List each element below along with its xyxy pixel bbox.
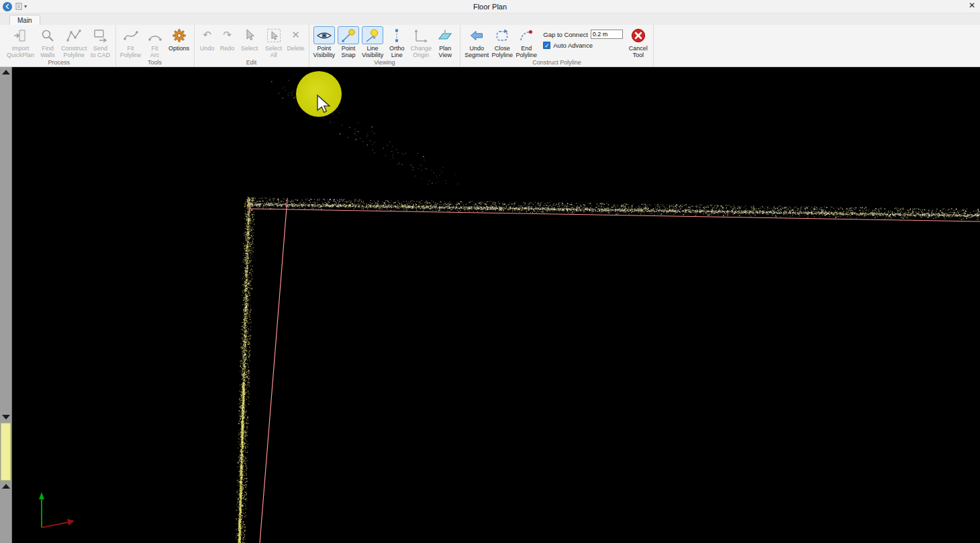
- button-label: Find Walls: [40, 45, 55, 59]
- point-snap-toggle[interactable]: Point Snap: [336, 26, 360, 59]
- undo-segment-button[interactable]: Undo Segment: [463, 26, 490, 59]
- label-line: Line: [362, 45, 383, 52]
- plan-view-button[interactable]: Plan View: [433, 26, 457, 59]
- line-visibility-toggle[interactable]: Line Visibility: [360, 26, 385, 59]
- label-line: Ortho: [389, 45, 405, 52]
- send-to-cad-icon: [90, 26, 111, 44]
- label-line: Plan: [439, 45, 452, 52]
- end-polyline-button[interactable]: End Polyline: [514, 26, 538, 59]
- label-line: Send: [91, 45, 110, 52]
- ribbon-tab-row: Main: [0, 13, 980, 25]
- label-line: Arc: [150, 52, 160, 58]
- label-line: Close: [492, 45, 513, 52]
- left-scrollbar[interactable]: [0, 67, 12, 543]
- undo-icon: ↶: [200, 26, 214, 44]
- label-line: Visibility: [313, 52, 335, 58]
- auto-advance-checkbox[interactable]: ✓: [543, 42, 550, 49]
- scroll-up-arrow-icon[interactable]: [2, 484, 10, 489]
- delete-button[interactable]: ✕ Delete: [286, 26, 306, 58]
- button-label: Fit Arc: [150, 45, 160, 59]
- label-line: Find: [40, 45, 55, 52]
- point-visibility-toggle[interactable]: Point Visibility: [312, 26, 336, 59]
- select-all-icon: [263, 26, 285, 44]
- label-line: [241, 52, 258, 58]
- gap-to-connect-row: Gap to Connect: [543, 30, 623, 39]
- button-label: Redo: [220, 45, 235, 58]
- options-gear-icon: [168, 26, 190, 44]
- undo-segment-arrow-icon: [466, 26, 487, 44]
- label-line: Polyline: [120, 52, 142, 58]
- label-line: Segment: [464, 52, 489, 58]
- label-line: Delete: [287, 45, 305, 52]
- group-name: Process: [3, 59, 115, 66]
- tab-main[interactable]: Main: [9, 15, 40, 25]
- fit-arc-button[interactable]: Fit Arc: [143, 26, 167, 59]
- button-label: Undo: [200, 45, 215, 58]
- close-button[interactable]: ✕: [969, 1, 975, 9]
- label-line: [200, 52, 215, 58]
- construct-polyline-icon: [63, 26, 85, 44]
- back-button[interactable]: [3, 2, 12, 11]
- construct-polyline-button[interactable]: Construct Polyline: [60, 26, 89, 59]
- scrollbar-thumb[interactable]: [1, 423, 11, 481]
- label-line: Visibility: [362, 52, 383, 58]
- button-label: Undo Segment: [464, 45, 489, 59]
- label-line: Construct: [61, 45, 87, 52]
- delete-glyph: ✕: [291, 30, 300, 40]
- label-line: Point: [341, 45, 355, 52]
- button-label: Point Visibility: [313, 45, 335, 59]
- import-quickplan-button[interactable]: Import QuickPlan: [5, 26, 36, 59]
- plan-view-icon: [434, 26, 456, 44]
- fit-arc-icon: [144, 26, 166, 44]
- gap-to-connect-label: Gap to Connect: [543, 31, 588, 38]
- find-walls-button[interactable]: Find Walls: [36, 26, 60, 59]
- ribbon-group-construct-polyline: Undo Segment Close Polyline End Polyline: [460, 25, 654, 66]
- undo-button[interactable]: ↶ Undo: [197, 26, 217, 58]
- quick-access-toolbar: ▾: [15, 3, 27, 10]
- undo-glyph: ↶: [203, 30, 211, 40]
- point-visibility-eye-icon: [313, 26, 335, 44]
- document-icon[interactable]: [15, 3, 22, 10]
- quick-access-caret-icon[interactable]: ▾: [24, 4, 27, 9]
- gap-to-connect-input[interactable]: [591, 30, 623, 39]
- button-label: Cancel Tool: [629, 45, 648, 59]
- auto-advance-label: Auto Advance: [553, 42, 593, 49]
- button-label: Send to CAD: [91, 45, 110, 59]
- redo-button[interactable]: ↷ Redo: [217, 26, 238, 58]
- import-quickplan-icon: [10, 26, 32, 44]
- select-cursor-icon: [239, 26, 260, 44]
- select-all-button[interactable]: Select All: [262, 26, 286, 59]
- label-line: Import: [7, 45, 34, 52]
- button-label: Close Polyline: [492, 45, 513, 59]
- group-name: Tools: [116, 59, 194, 66]
- close-polyline-button[interactable]: Close Polyline: [490, 26, 514, 59]
- close-polyline-icon: [491, 26, 513, 44]
- back-arrow-icon: [5, 3, 11, 9]
- label-line: Polyline: [61, 52, 87, 58]
- scroll-top-arrow-icon[interactable]: [2, 70, 10, 75]
- group-buttons: Point Visibility Point Snap Line Visibil…: [312, 26, 458, 59]
- gap-to-connect-controls: Gap to Connect ✓ Auto Advance: [538, 26, 626, 49]
- label-line: Fit: [120, 45, 142, 52]
- label-line: Snap: [341, 52, 355, 58]
- point-snap-icon: [338, 26, 359, 44]
- floor-plan-canvas[interactable]: [12, 67, 980, 543]
- options-button[interactable]: Options: [167, 26, 191, 58]
- cancel-tool-button[interactable]: Cancel Tool: [626, 26, 650, 59]
- label-line: [287, 52, 305, 58]
- select-button[interactable]: Select: [238, 26, 262, 58]
- send-to-cad-button[interactable]: Send to CAD: [89, 26, 113, 59]
- fit-polyline-button[interactable]: Fit Polyline: [119, 26, 143, 59]
- line-visibility-bulb-icon: [362, 26, 383, 44]
- ortho-line-button[interactable]: Ortho Line: [385, 26, 409, 59]
- label-line: Select: [265, 45, 282, 52]
- label-line: Select: [241, 45, 258, 52]
- scroll-down-arrow-icon[interactable]: [2, 415, 10, 419]
- ribbon-group-edit: ↶ Undo ↷ Redo Select: [195, 25, 309, 66]
- group-name: Construct Polyline: [460, 59, 653, 66]
- ribbon-group-viewing: Point Visibility Point Snap Line Visibil…: [309, 25, 461, 66]
- group-buttons: Fit Polyline Fit Arc Options: [119, 26, 191, 59]
- titlebar: ▾ Floor Plan ✕: [0, 0, 980, 13]
- button-label: End Polyline: [516, 45, 538, 59]
- change-origin-button[interactable]: Change Origin: [409, 26, 433, 59]
